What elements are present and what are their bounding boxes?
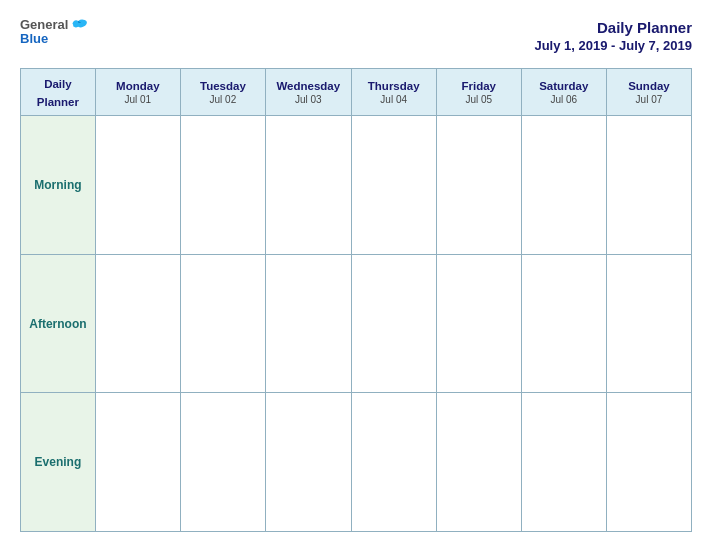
friday-date: Jul 05 — [440, 94, 518, 105]
thursday-label: Thursday — [355, 79, 433, 94]
table-header-monday: Monday Jul 01 — [95, 69, 180, 116]
saturday-label: Saturday — [525, 79, 603, 94]
morning-sunday-cell[interactable] — [606, 116, 691, 255]
blue-bird-icon — [70, 18, 88, 32]
tuesday-label: Tuesday — [184, 79, 262, 94]
sunday-label: Sunday — [610, 79, 688, 94]
afternoon-tuesday-cell[interactable] — [180, 254, 265, 393]
planner-title: Daily Planner — [534, 18, 692, 38]
monday-date: Jul 01 — [99, 94, 177, 105]
evening-saturday-cell[interactable] — [521, 393, 606, 532]
logo-general-text: General — [20, 18, 68, 32]
afternoon-saturday-cell[interactable] — [521, 254, 606, 393]
saturday-date: Jul 06 — [525, 94, 603, 105]
friday-label: Friday — [440, 79, 518, 94]
morning-label-cell: Morning — [21, 116, 96, 255]
table-header-sunday: Sunday Jul 07 — [606, 69, 691, 116]
logo-blue-text: Blue — [20, 32, 48, 46]
afternoon-friday-cell[interactable] — [436, 254, 521, 393]
header-label-line1: Daily — [44, 78, 72, 90]
morning-monday-cell[interactable] — [95, 116, 180, 255]
evening-thursday-cell[interactable] — [351, 393, 436, 532]
table-header-thursday: Thursday Jul 04 — [351, 69, 436, 116]
morning-saturday-cell[interactable] — [521, 116, 606, 255]
afternoon-label-cell: Afternoon — [21, 254, 96, 393]
evening-monday-cell[interactable] — [95, 393, 180, 532]
monday-label: Monday — [99, 79, 177, 94]
morning-wednesday-cell[interactable] — [265, 116, 351, 255]
planner-date-range: July 1, 2019 - July 7, 2019 — [534, 38, 692, 55]
table-header-label: Daily Planner — [21, 69, 96, 116]
evening-sunday-cell[interactable] — [606, 393, 691, 532]
thursday-date: Jul 04 — [355, 94, 433, 105]
table-header-row: Daily Planner Monday Jul 01 Tuesday Jul … — [21, 69, 692, 116]
afternoon-row: Afternoon — [21, 254, 692, 393]
morning-row: Morning — [21, 116, 692, 255]
table-header-wednesday: Wednesday Jul 03 — [265, 69, 351, 116]
planner-page: General Blue Daily Planner July 1, 2019 … — [0, 0, 712, 550]
evening-friday-cell[interactable] — [436, 393, 521, 532]
afternoon-wednesday-cell[interactable] — [265, 254, 351, 393]
wednesday-label: Wednesday — [269, 79, 348, 94]
evening-label-cell: Evening — [21, 393, 96, 532]
planner-table: Daily Planner Monday Jul 01 Tuesday Jul … — [20, 68, 692, 532]
page-header: General Blue Daily Planner July 1, 2019 … — [20, 18, 692, 54]
morning-thursday-cell[interactable] — [351, 116, 436, 255]
header-label-line2: Planner — [37, 96, 79, 108]
evening-wednesday-cell[interactable] — [265, 393, 351, 532]
table-header-saturday: Saturday Jul 06 — [521, 69, 606, 116]
afternoon-thursday-cell[interactable] — [351, 254, 436, 393]
evening-row: Evening — [21, 393, 692, 532]
sunday-date: Jul 07 — [610, 94, 688, 105]
morning-friday-cell[interactable] — [436, 116, 521, 255]
wednesday-date: Jul 03 — [269, 94, 348, 105]
title-area: Daily Planner July 1, 2019 - July 7, 201… — [534, 18, 692, 54]
afternoon-monday-cell[interactable] — [95, 254, 180, 393]
evening-tuesday-cell[interactable] — [180, 393, 265, 532]
morning-tuesday-cell[interactable] — [180, 116, 265, 255]
table-header-friday: Friday Jul 05 — [436, 69, 521, 116]
afternoon-sunday-cell[interactable] — [606, 254, 691, 393]
logo-area: General Blue — [20, 18, 88, 47]
table-header-tuesday: Tuesday Jul 02 — [180, 69, 265, 116]
tuesday-date: Jul 02 — [184, 94, 262, 105]
